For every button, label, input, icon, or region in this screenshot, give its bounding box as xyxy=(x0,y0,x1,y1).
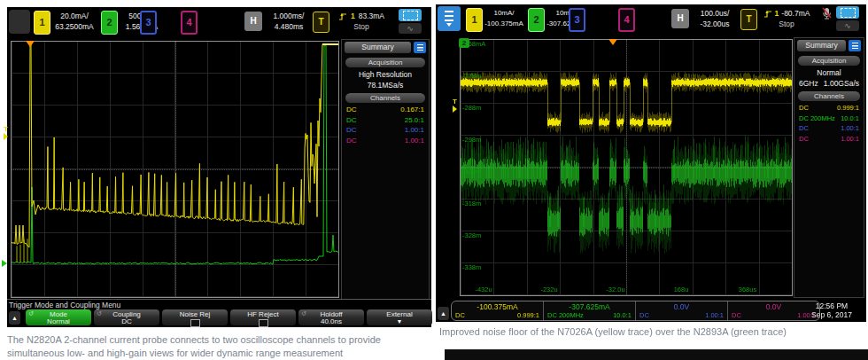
caret-down-icon xyxy=(446,23,452,27)
softkey-mode[interactable]: ↺ ModeNormal xyxy=(26,309,91,325)
rotary-knob-icon: ↺ xyxy=(97,310,102,317)
left-waveform-canvas xyxy=(12,42,338,297)
channels-header: Channels xyxy=(345,93,425,103)
channel-1-status[interactable]: -100.375mA DC0.999:1 xyxy=(452,301,544,320)
left-oscilloscope-screenshot: 1 20.0mA/63.2500mA 2 500mA/1.56850A 3 4 … xyxy=(7,7,431,327)
rising-edge-icon xyxy=(763,9,772,19)
y-axis-label: -328m xyxy=(462,232,481,239)
channel-2-button[interactable]: 2 xyxy=(528,8,545,32)
channel-2-row: DC 200MHz10.0:1 xyxy=(794,113,864,124)
channel-4-row: DC1.00:1 xyxy=(794,134,864,145)
channel-3-status[interactable]: 0.0V DC1.00:1 xyxy=(636,301,728,320)
x-axis-label: -32.0u xyxy=(606,286,624,293)
channel-3-button[interactable]: 3 xyxy=(140,11,157,35)
trigger-position-marker[interactable] xyxy=(26,41,35,47)
channel-4-button[interactable]: 4 xyxy=(618,8,635,32)
x-axis-label: 368us xyxy=(739,286,756,293)
acquisition-header: Acquisition xyxy=(345,58,425,67)
left-caption: The N2820A 2-channel current probe conne… xyxy=(7,333,416,359)
right-topbar: 1 10mA/-100.375mA 2 10mA/-307.625mA 3 4 … xyxy=(436,4,866,34)
menu-button[interactable] xyxy=(9,10,30,34)
y-axis-label: -338m xyxy=(462,264,481,271)
left-waveform-display: T xyxy=(11,41,339,298)
bottombar-expand-button[interactable]: ▲ xyxy=(438,307,449,320)
right-waveform-display: -268mA -278m -288m -298m -308m -318m -32… xyxy=(460,39,793,296)
rotary-knob-icon: ↺ xyxy=(301,310,306,317)
right-bottombar: ▲ -100.375mA DC0.999:1 -307.625mA DC 200… xyxy=(436,300,866,322)
trigger-position-marker[interactable] xyxy=(608,39,617,45)
x-axis-label: -232u xyxy=(540,286,557,293)
trigger-button[interactable]: T xyxy=(313,12,329,33)
trigger-readout: 1 -80.7mA Stop xyxy=(756,8,817,29)
panel-menu-icon[interactable] xyxy=(849,40,861,51)
noise-rej-checkbox[interactable] xyxy=(190,319,200,327)
dashed-rectangle-icon xyxy=(841,8,856,18)
up-arrow-icon: ▲ xyxy=(440,310,446,317)
clock: 12:56 PMSep 6, 2017 xyxy=(801,301,863,319)
summary-tab[interactable]: Summary xyxy=(345,42,411,53)
channel-1-readout: 10mA/-100.375mA xyxy=(482,8,526,29)
cropped-next-image xyxy=(445,349,868,360)
rising-edge-icon xyxy=(338,12,347,21)
horizontal-button[interactable]: H xyxy=(671,9,689,28)
softkey-coupling[interactable]: ↺ CouplingDC xyxy=(94,309,159,325)
trigger-level-marker[interactable]: T xyxy=(1,126,11,140)
acquisition-mode: High Resolution xyxy=(342,69,429,80)
channels-header: Channels xyxy=(798,91,860,101)
bandwidth-samplerate-row: 6GHz1.00GSa/s xyxy=(794,78,864,89)
channel-1-button[interactable]: 1 xyxy=(34,11,50,35)
summary-tab[interactable]: Summary xyxy=(797,40,846,51)
left-topbar: 1 20.0mA/63.2500mA 2 500mA/1.56850A 3 4 … xyxy=(7,7,431,36)
acquisition-mode: Normal xyxy=(794,67,864,78)
y-axis-label: -308m xyxy=(462,168,481,176)
right-caption: Improved noise floor of the N7026A (yell… xyxy=(439,325,864,339)
y-axis-label: -298m xyxy=(462,137,481,144)
softkey-holdoff[interactable]: ↺ Holdoff40.0ns xyxy=(298,309,364,325)
waveform-icon: ∿ xyxy=(844,21,851,30)
channel-3-button[interactable]: 3 xyxy=(569,8,585,32)
acquisition-header: Acquisition xyxy=(798,56,860,66)
microphone-muted-icon[interactable] xyxy=(820,7,833,24)
trigger-button[interactable]: T xyxy=(740,9,757,30)
menu-back-button[interactable]: ▲ xyxy=(9,311,20,325)
hamburger-icon xyxy=(445,11,453,21)
dashed-rectangle-icon xyxy=(403,11,418,20)
x-axis-label: 168u xyxy=(674,286,689,293)
horizontal-readout: 1.000ms/4.480ms xyxy=(264,11,314,32)
rotary-knob-icon: ↺ xyxy=(28,310,34,317)
right-summary-panel: Summary Acquisition Normal 6GHz1.00GSa/s… xyxy=(794,37,864,298)
softkey-noise-rej[interactable]: Noise Rej xyxy=(162,309,228,325)
channel-1-row: DC0.999:1 xyxy=(794,103,864,113)
panel-menu-icon[interactable] xyxy=(414,42,426,53)
channel-1-button[interactable]: 1 xyxy=(466,8,483,32)
channel-2-row: DC25.0:1 xyxy=(342,115,429,126)
channel-2-status[interactable]: -307.625mA DC 200MHz10.0:1 xyxy=(544,301,636,320)
zoom-window-button[interactable] xyxy=(836,6,859,19)
sample-rate: 78.1MSa/s xyxy=(342,80,429,90)
hf-reject-checkbox[interactable] xyxy=(259,319,268,327)
horizontal-readout: 100.0us/-32.00us xyxy=(691,8,739,29)
channel-status-boxes: -100.375mA DC0.999:1 -307.625mA DC 200MH… xyxy=(451,301,820,321)
y-axis-label: -318m xyxy=(462,200,481,207)
zoom-window-button[interactable] xyxy=(399,9,422,21)
channel-2-ground-marker[interactable] xyxy=(2,260,7,267)
channel-1-row: DC0.167:1 xyxy=(342,105,429,115)
channel-3-row: DC1.00:1 xyxy=(794,123,864,134)
down-arrow-icon: ▼ xyxy=(367,318,432,325)
channel-3-row: DC1.00:1 xyxy=(342,125,429,136)
waveform-compare-button[interactable]: ∿ xyxy=(399,23,422,34)
horizontal-button[interactable]: H xyxy=(244,12,262,31)
main-menu-button[interactable] xyxy=(438,6,461,31)
right-oscilloscope-screenshot: 1 10mA/-100.375mA 2 10mA/-307.625mA 3 4 … xyxy=(436,4,866,322)
trigger-level-marker[interactable]: T xyxy=(450,98,460,113)
channel-4-button[interactable]: 4 xyxy=(181,11,198,35)
channel-2-button[interactable]: 2 xyxy=(101,11,118,35)
channel-2-offscreen-marker[interactable]: 2 xyxy=(459,38,469,48)
softkey-hf-reject[interactable]: HF Reject xyxy=(230,309,296,325)
channel-4-row: DC1.00:1 xyxy=(342,136,429,146)
waveform-compare-button[interactable]: ∿ xyxy=(836,20,859,31)
left-summary-panel: Summary Acquisition High Resolution 78.1… xyxy=(341,39,430,300)
softkey-external[interactable]: External▼ xyxy=(367,309,432,325)
y-axis-label: -278m xyxy=(462,73,481,80)
run-status: Stop xyxy=(756,19,817,29)
